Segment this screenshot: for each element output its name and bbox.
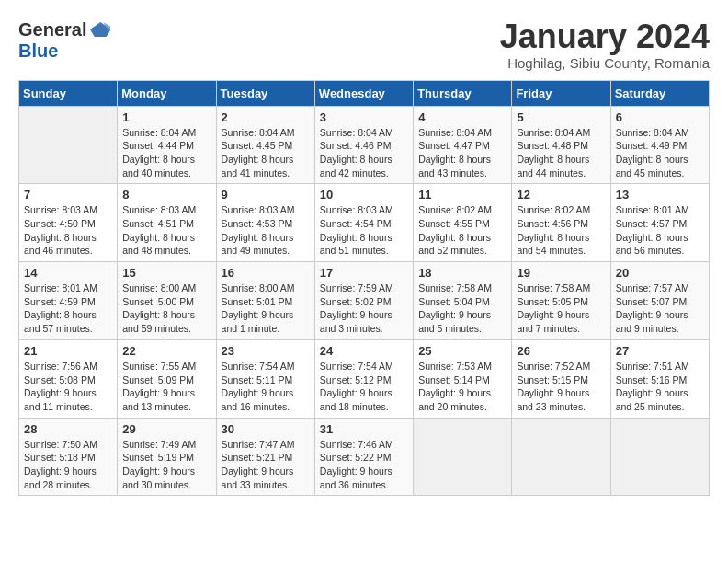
day-number: 5 [517,110,605,124]
calendar-cell: 4Sunrise: 8:04 AMSunset: 4:47 PMDaylight… [414,106,512,184]
day-info: Sunrise: 8:03 AMSunset: 4:50 PMDaylight:… [24,203,112,258]
calendar-cell: 6Sunrise: 8:04 AMSunset: 4:49 PMDaylight… [610,106,709,184]
calendar-cell: 22Sunrise: 7:55 AMSunset: 5:09 PMDayligh… [118,339,216,418]
day-number: 20 [616,266,704,280]
calendar-cell [19,106,118,184]
calendar-cell: 2Sunrise: 8:04 AMSunset: 4:45 PMDaylight… [216,106,314,184]
calendar-cell: 16Sunrise: 8:00 AMSunset: 5:01 PMDayligh… [216,262,314,340]
day-number: 9 [222,188,310,201]
day-info: Sunrise: 8:01 AMSunset: 4:59 PMDaylight:… [24,282,112,336]
day-number: 23 [222,344,310,358]
calendar-week-row: 1Sunrise: 8:04 AMSunset: 4:44 PMDaylight… [19,106,710,184]
day-info: Sunrise: 8:02 AMSunset: 4:55 PMDaylight:… [418,203,506,258]
calendar-cell: 12Sunrise: 8:02 AMSunset: 4:56 PMDayligh… [512,184,610,262]
day-number: 29 [122,422,210,436]
calendar-cell: 21Sunrise: 7:56 AMSunset: 5:08 PMDayligh… [19,339,118,418]
day-info: Sunrise: 8:04 AMSunset: 4:48 PMDaylight:… [517,126,605,180]
calendar-cell: 26Sunrise: 7:52 AMSunset: 5:15 PMDayligh… [512,339,610,418]
calendar-cell: 25Sunrise: 7:53 AMSunset: 5:14 PMDayligh… [414,339,512,418]
location: Hoghilag, Sibiu County, Romania [500,55,710,71]
day-info: Sunrise: 7:58 AMSunset: 5:05 PMDaylight:… [517,282,605,336]
day-number: 12 [517,188,605,201]
calendar-cell: 15Sunrise: 8:00 AMSunset: 5:00 PMDayligh… [118,262,216,340]
day-info: Sunrise: 7:56 AMSunset: 5:08 PMDaylight:… [24,360,112,414]
day-info: Sunrise: 7:55 AMSunset: 5:09 PMDaylight:… [122,360,210,414]
day-number: 27 [616,344,704,358]
logo: General Blue [18,18,112,62]
day-info: Sunrise: 7:50 AMSunset: 5:18 PMDaylight:… [24,438,112,492]
day-info: Sunrise: 8:00 AMSunset: 5:00 PMDaylight:… [122,282,210,336]
day-number: 16 [222,266,310,280]
day-number: 13 [616,188,704,201]
calendar-cell: 1Sunrise: 8:04 AMSunset: 4:44 PMDaylight… [118,106,216,184]
calendar-cell: 23Sunrise: 7:54 AMSunset: 5:11 PMDayligh… [216,339,314,418]
calendar-cell: 11Sunrise: 8:02 AMSunset: 4:55 PMDayligh… [414,184,512,262]
day-of-week-header: Saturday [610,80,709,106]
calendar-cell: 10Sunrise: 8:03 AMSunset: 4:54 PMDayligh… [314,184,413,262]
day-number: 11 [418,188,506,201]
page-header: General Blue January 2024 Hoghilag, Sibi… [18,18,710,71]
day-info: Sunrise: 8:03 AMSunset: 4:53 PMDaylight:… [222,203,310,258]
day-number: 6 [616,110,704,124]
calendar-cell [610,418,709,496]
calendar-cell: 28Sunrise: 7:50 AMSunset: 5:18 PMDayligh… [19,418,118,496]
calendar-cell: 27Sunrise: 7:51 AMSunset: 5:16 PMDayligh… [610,339,709,418]
day-number: 17 [320,266,408,280]
day-info: Sunrise: 7:52 AMSunset: 5:15 PMDaylight:… [517,360,605,414]
day-info: Sunrise: 7:54 AMSunset: 5:12 PMDaylight:… [320,360,408,414]
day-of-week-header: Wednesday [314,80,413,106]
calendar-week-row: 14Sunrise: 8:01 AMSunset: 4:59 PMDayligh… [19,262,710,340]
day-info: Sunrise: 8:00 AMSunset: 5:01 PMDaylight:… [222,282,310,336]
day-of-week-header: Thursday [414,80,512,106]
calendar-cell: 3Sunrise: 8:04 AMSunset: 4:46 PMDaylight… [314,106,413,184]
day-info: Sunrise: 8:04 AMSunset: 4:46 PMDaylight:… [320,126,408,180]
day-info: Sunrise: 7:58 AMSunset: 5:04 PMDaylight:… [418,282,506,336]
day-number: 18 [418,266,506,280]
logo-icon [90,18,112,40]
calendar-week-row: 21Sunrise: 7:56 AMSunset: 5:08 PMDayligh… [19,339,710,418]
calendar-cell: 13Sunrise: 8:01 AMSunset: 4:57 PMDayligh… [610,184,709,262]
day-number: 26 [517,344,605,358]
day-info: Sunrise: 8:04 AMSunset: 4:44 PMDaylight:… [122,126,210,180]
day-number: 4 [418,110,506,124]
day-info: Sunrise: 8:04 AMSunset: 4:49 PMDaylight:… [616,126,704,180]
calendar-cell: 30Sunrise: 7:47 AMSunset: 5:21 PMDayligh… [216,418,314,496]
calendar-cell: 9Sunrise: 8:03 AMSunset: 4:53 PMDaylight… [216,184,314,262]
day-info: Sunrise: 7:51 AMSunset: 5:16 PMDaylight:… [616,360,704,414]
day-number: 30 [222,422,310,436]
calendar-table: SundayMondayTuesdayWednesdayThursdayFrid… [18,80,710,497]
day-number: 3 [320,110,408,124]
calendar-cell: 7Sunrise: 8:03 AMSunset: 4:50 PMDaylight… [19,184,118,262]
day-info: Sunrise: 7:59 AMSunset: 5:02 PMDaylight:… [320,282,408,336]
day-number: 21 [24,344,112,358]
day-info: Sunrise: 7:47 AMSunset: 5:21 PMDaylight:… [222,438,310,492]
day-of-week-header: Friday [512,80,610,106]
day-of-week-header: Tuesday [216,80,314,106]
day-number: 19 [517,266,605,280]
calendar-cell: 19Sunrise: 7:58 AMSunset: 5:05 PMDayligh… [512,262,610,340]
day-info: Sunrise: 7:54 AMSunset: 5:11 PMDaylight:… [222,360,310,414]
calendar-cell: 24Sunrise: 7:54 AMSunset: 5:12 PMDayligh… [314,339,413,418]
calendar-cell [414,418,512,496]
day-info: Sunrise: 8:03 AMSunset: 4:51 PMDaylight:… [122,203,210,258]
day-number: 1 [122,110,210,124]
calendar-cell: 31Sunrise: 7:46 AMSunset: 5:22 PMDayligh… [314,418,413,496]
calendar-cell: 5Sunrise: 8:04 AMSunset: 4:48 PMDaylight… [512,106,610,184]
day-number: 24 [320,344,408,358]
day-number: 22 [122,344,210,358]
calendar-cell [512,418,610,496]
calendar-cell: 20Sunrise: 7:57 AMSunset: 5:07 PMDayligh… [610,262,709,340]
day-number: 14 [24,266,112,280]
day-info: Sunrise: 7:49 AMSunset: 5:19 PMDaylight:… [122,438,210,492]
calendar-cell: 29Sunrise: 7:49 AMSunset: 5:19 PMDayligh… [118,418,216,496]
day-number: 15 [122,266,210,280]
calendar-header-row: SundayMondayTuesdayWednesdayThursdayFrid… [19,80,710,106]
month-title: January 2024 [500,18,710,55]
day-of-week-header: Monday [118,80,216,106]
day-number: 7 [24,188,112,201]
calendar-cell: 8Sunrise: 8:03 AMSunset: 4:51 PMDaylight… [118,184,216,262]
calendar-cell: 17Sunrise: 7:59 AMSunset: 5:02 PMDayligh… [314,262,413,340]
day-number: 25 [418,344,506,358]
day-number: 2 [222,110,310,124]
calendar-cell: 18Sunrise: 7:58 AMSunset: 5:04 PMDayligh… [414,262,512,340]
